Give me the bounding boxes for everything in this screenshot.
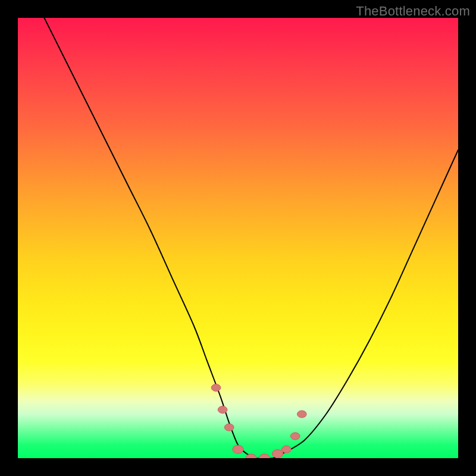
curve-marker	[218, 406, 227, 414]
curve-marker	[211, 384, 221, 392]
curve-markers	[211, 384, 306, 458]
curve-marker	[246, 454, 256, 458]
chart-frame: TheBottleneck.com	[0, 0, 476, 476]
curve-marker	[259, 454, 270, 458]
plot-area	[18, 18, 458, 458]
curve-marker	[298, 411, 307, 418]
curve-marker	[273, 450, 283, 458]
bottleneck-curve	[44, 18, 458, 458]
curve-marker	[224, 424, 234, 431]
watermark-label: TheBottleneck.com	[356, 4, 470, 19]
curve-marker	[233, 445, 243, 453]
curve-layer	[18, 18, 458, 458]
curve-marker	[290, 433, 300, 440]
curve-marker	[282, 446, 292, 453]
